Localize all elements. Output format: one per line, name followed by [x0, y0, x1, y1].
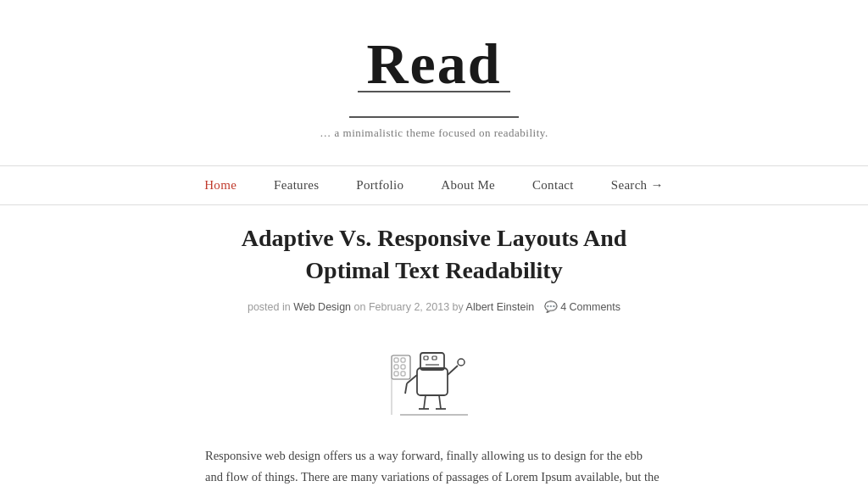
post-meta: posted in Web Design on February 2, 2013… — [205, 300, 663, 313]
post-author[interactable]: Albert Einstein — [466, 301, 535, 313]
meta-comment-icon: 💬 — [544, 301, 558, 313]
site-header: Read … a minimalistic theme focused on r… — [0, 0, 868, 153]
site-title-text: Read — [349, 25, 519, 118]
svg-line-11 — [448, 366, 458, 375]
svg-rect-19 — [394, 365, 398, 369]
post-title: Adaptive Vs. Responsive Layouts And Opti… — [205, 222, 663, 287]
svg-rect-23 — [401, 372, 405, 376]
svg-rect-7 — [432, 356, 437, 360]
svg-rect-18 — [394, 358, 398, 362]
nav-item-features[interactable]: Features — [255, 166, 337, 204]
post-date: February 2, 2013 — [369, 301, 449, 313]
svg-rect-22 — [394, 372, 398, 376]
post-category[interactable]: Web Design — [293, 301, 351, 313]
svg-line-10 — [405, 383, 407, 394]
svg-line-14 — [439, 395, 441, 409]
svg-rect-3 — [417, 368, 448, 395]
site-title: Read — [0, 25, 868, 118]
main-content: Adaptive Vs. Responsive Layouts And Opti… — [188, 222, 680, 492]
svg-rect-4 — [420, 353, 444, 370]
svg-rect-21 — [401, 365, 405, 369]
nav-link-contact[interactable]: Contact — [514, 166, 593, 204]
nav-link-search[interactable]: Search → — [593, 166, 682, 204]
nav-item-home[interactable]: Home — [186, 166, 255, 204]
svg-text:Read: Read — [366, 31, 501, 96]
nav-item-portfolio[interactable]: Portfolio — [337, 166, 422, 204]
nav-item-about[interactable]: About Me — [422, 166, 514, 204]
nav-item-contact[interactable]: Contact — [514, 166, 593, 204]
nav-link-features[interactable]: Features — [255, 166, 337, 204]
nav-link-home[interactable]: Home — [186, 166, 255, 204]
svg-point-12 — [458, 359, 465, 366]
meta-on: on — [354, 301, 369, 313]
meta-prefix: posted in — [248, 301, 291, 313]
svg-line-13 — [424, 395, 426, 409]
nav-menu: Home Features Portfolio About Me Contact… — [0, 166, 868, 204]
nav-link-about[interactable]: About Me — [422, 166, 514, 204]
nav-item-search[interactable]: Search → — [593, 166, 682, 204]
main-nav: Home Features Portfolio About Me Contact… — [0, 165, 868, 205]
post-comments[interactable]: 4 Comments — [560, 301, 620, 313]
post-image — [205, 330, 663, 427]
site-tagline: … a minimalistic theme focused on readab… — [0, 126, 868, 140]
svg-rect-6 — [424, 356, 428, 360]
robot-illustration — [375, 330, 493, 423]
post-body: Responsive web design offers us a way fo… — [205, 445, 663, 492]
nav-link-portfolio[interactable]: Portfolio — [337, 166, 422, 204]
post-content: Responsive web design offers us a way fo… — [205, 445, 663, 492]
svg-rect-20 — [401, 358, 405, 362]
meta-by: by — [453, 301, 466, 313]
